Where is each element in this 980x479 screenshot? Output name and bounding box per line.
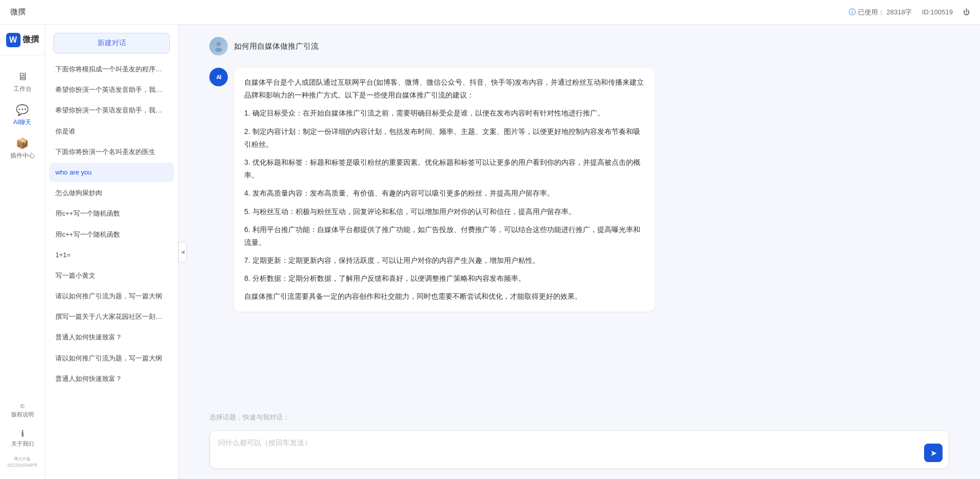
ai-response-paragraph: 自媒体推广引流需要具备一定的内容创作和社交能力，同时也需要不断尝试和优化，才能取… <box>244 290 644 303</box>
chat-list-item[interactable]: 你是谁 <box>49 122 174 141</box>
chat-list-item[interactable]: 撰写一篇关于八大家花园社区一刻钟便民生... <box>49 307 174 327</box>
user-avatar-inner <box>209 37 228 55</box>
chat-list: 下面你将模拟成一个叫圣友的程序员，我说...希望你扮演一个英语发音助手，我提供给… <box>45 60 178 479</box>
new-chat-button[interactable]: 新建对话 <box>53 33 170 53</box>
chat-list-item[interactable]: 1+1= <box>49 245 174 265</box>
chat-input[interactable] <box>218 437 940 460</box>
logo-w-icon: W <box>6 33 21 47</box>
chat-list-item[interactable]: 请以如何推广引流为题，写一篇大纲 <box>49 286 174 306</box>
chat-list-item[interactable]: who are you <box>49 163 174 182</box>
ai-avatar: AI <box>209 68 228 86</box>
ai-response-paragraph: 6. 利用平台推广功能：自媒体平台都提供了推广功能，如广告投放、付费推广等，可以… <box>244 223 644 249</box>
chat-list-item[interactable]: 用c++写一个随机函数 <box>49 225 174 244</box>
sidebar-item-plugin[interactable]: 📦 插件中心 <box>0 132 45 165</box>
nav-items: 🖥 工作台 💬 AI聊天 📦 插件中心 <box>0 55 45 399</box>
sidebar-item-about[interactable]: ℹ 关于我们 <box>0 425 45 452</box>
info-icon: ⓘ <box>849 8 856 17</box>
user-avatar-icon <box>212 40 225 52</box>
chat-list-item[interactable]: 下面你将扮演一个名叫圣友的医生 <box>49 142 174 162</box>
input-container: ➤ <box>209 430 949 469</box>
copyright-icon: © <box>20 403 24 409</box>
logout-icon[interactable]: ⏻ <box>963 8 970 16</box>
ai-bubble: 自媒体平台是个人或团队通过互联网平台(如博客、微博、微信公众号、抖音、快手等)发… <box>234 68 655 312</box>
chat-sidebar: 新建对话 下面你将模拟成一个叫圣友的程序员，我说...希望你扮演一个英语发音助手… <box>45 25 179 479</box>
logo-name: 微撰 <box>23 34 39 45</box>
sidebar-bottom: © 版权说明 ℹ 关于我们 粤ICP备2022019348号 <box>0 399 45 479</box>
chat-list-item[interactable]: 怎么做狗屎炒肉 <box>49 183 174 203</box>
sidebar-item-workbench-label: 工作台 <box>13 85 32 93</box>
ai-label: AI <box>217 74 221 80</box>
sidebar-item-copyright[interactable]: © 版权说明 <box>0 399 45 423</box>
user-bubble: 如何用自媒体做推广引流 <box>234 37 319 52</box>
logo-area: W 微撰 <box>0 25 45 55</box>
usage-count: 28318字 <box>887 8 912 17</box>
input-area: ➤ <box>179 425 980 479</box>
ai-response-paragraph: 7. 定期更新：定期更新内容，保持活跃度，可以让用户对你的内容产生兴趣，增加用户… <box>244 254 644 267</box>
topbar: 微撰 ⓘ 已使用： 28318字 ID:100519 ⏻ <box>0 0 980 25</box>
chat-list-item[interactable]: 希望你扮演一个英语发音助手，我提供给你... <box>49 80 174 100</box>
user-avatar <box>209 37 228 55</box>
ai-response-paragraph: 4. 发布高质量内容：发布高质量、有价值、有趣的内容可以吸引更多的粉丝，并提高用… <box>244 187 644 200</box>
sidebar-item-plugin-label: 插件中心 <box>10 151 35 160</box>
ai-response-paragraph: 3. 优化标题和标签：标题和标签是吸引粉丝的重要因素。优化标题和标签可以让更多的… <box>244 156 644 182</box>
sidebar-item-workbench[interactable]: 🖥 工作台 <box>0 66 45 99</box>
sidebar-item-about-label: 关于我们 <box>11 440 34 448</box>
topbar-right: ⓘ 已使用： 28318字 ID:100519 ⏻ <box>849 8 970 17</box>
chat-list-item[interactable]: 希望你扮演一个英语发音助手，我提供给你... <box>49 101 174 120</box>
sidebar-item-ai-chat-label: AI聊天 <box>13 118 31 127</box>
chat-messages: 如何用自媒体做推广引流 AI 自媒体平台是个人或团队通过互联网平台(如博客、微博… <box>179 25 980 408</box>
collapse-sidebar-button[interactable]: ◀ <box>179 242 187 262</box>
chat-list-item[interactable]: 普通人如何快速致富？ <box>49 369 174 389</box>
ai-response-paragraph: 2. 制定内容计划：制定一份详细的内容计划，包括发布时间、频率、主题、文案、图片… <box>244 125 644 151</box>
topbar-usage: ⓘ 已使用： 28318字 <box>849 8 912 17</box>
ai-response-paragraph: 5. 与粉丝互动：积极与粉丝互动，回复评论和私信，可以增加用户对你的认可和信任，… <box>244 205 644 218</box>
chat-list-item[interactable]: 普通人如何快速致富？ <box>49 328 174 347</box>
user-message-group: 如何用自媒体做推广引流 <box>209 37 949 55</box>
send-icon: ➤ <box>930 448 937 458</box>
ai-response-paragraph: 8. 分析数据：定期分析数据，了解用户反馈和喜好，以便调整推广策略和内容发布频率… <box>244 272 644 285</box>
quick-select-label: 选择话题，快速与我对话： <box>209 413 289 421</box>
plugin-icon: 📦 <box>16 137 29 149</box>
ai-chat-icon: 💬 <box>16 104 29 116</box>
sidebar-item-ai-chat[interactable]: 💬 AI聊天 <box>0 99 45 132</box>
chat-list-item[interactable]: 下面你将模拟成一个叫圣友的程序员，我说... <box>49 60 174 79</box>
chat-list-item[interactable]: 请以如何推广引流为题，写一篇大纲 <box>49 349 174 368</box>
usage-label: 已使用： <box>858 8 885 17</box>
topbar-id: ID:100519 <box>922 8 953 16</box>
svg-point-0 <box>217 42 221 46</box>
main-layout: W 微撰 🖥 工作台 💬 AI聊天 📦 插件中心 © 版权说明 ℹ <box>0 25 980 479</box>
sidebar-item-copyright-label: 版权说明 <box>11 411 34 418</box>
svg-point-1 <box>215 48 222 52</box>
chat-list-item[interactable]: 用c++写一个随机函数 <box>49 204 174 223</box>
icp-text: 粤ICP备2022019348号 <box>0 454 45 471</box>
workbench-icon: 🖥 <box>17 71 28 83</box>
topbar-title: 微撰 <box>10 7 26 17</box>
left-sidebar: W 微撰 🖥 工作台 💬 AI聊天 📦 插件中心 © 版权说明 ℹ <box>0 25 45 479</box>
chat-main: 如何用自媒体做推广引流 AI 自媒体平台是个人或团队通过互联网平台(如博客、微博… <box>179 25 980 479</box>
ai-message-group: AI 自媒体平台是个人或团队通过互联网平台(如博客、微博、微信公众号、抖音、快手… <box>209 68 949 312</box>
ai-response-paragraph: 1. 确定目标受众：在开始自媒体推广引流之前，需要明确目标受众是谁，以便在发布内… <box>244 107 644 120</box>
chat-list-item[interactable]: 写一篇小黄文 <box>49 266 174 285</box>
send-button[interactable]: ➤ <box>924 444 943 462</box>
about-icon: ℹ <box>21 429 24 438</box>
quick-select-area: 选择话题，快速与我对话： <box>179 408 980 425</box>
ai-response-paragraph: 自媒体平台是个人或团队通过互联网平台(如博客、微博、微信公众号、抖音、快手等)发… <box>244 76 644 102</box>
